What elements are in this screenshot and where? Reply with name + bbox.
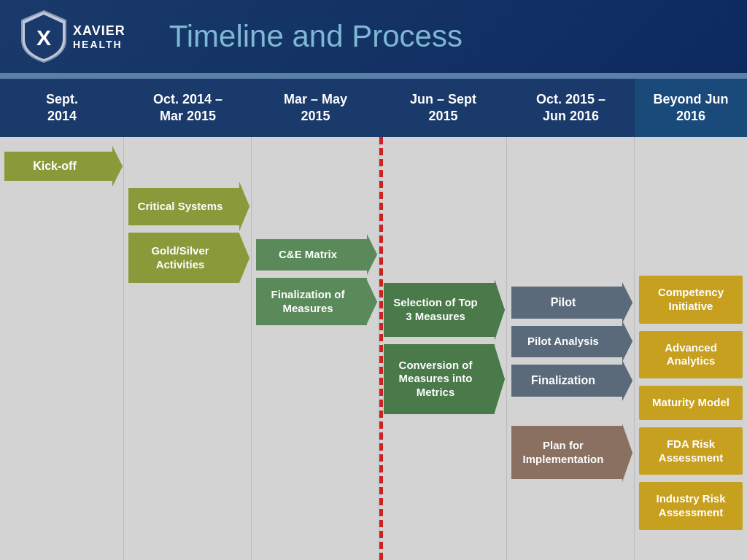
col-header-2: Oct. 2014 – Mar 2015: [124, 79, 252, 137]
plan-impl-item: Plan for Implementation: [511, 426, 622, 480]
kickoff-item: Kick-off: [4, 152, 112, 181]
maturity-model-item: Maturity Model: [639, 386, 743, 420]
pilot-analysis-item: Pilot Analysis: [511, 326, 622, 357]
cell-col2: Critical Systems Gold/Silver Activities: [124, 137, 252, 560]
col-header-4: Jun – Sept 2015: [379, 79, 507, 137]
dashed-divider: [379, 137, 383, 560]
svg-text:X: X: [36, 26, 51, 50]
logo-name: XAVIER: [73, 23, 125, 39]
logo-shield: X: [15, 7, 73, 66]
conversion-item: Conversion of Measures into Metrics: [384, 344, 495, 414]
industry-risk-item: Industry Risk Assessment: [639, 482, 743, 530]
col-header-6: Beyond Jun 2016: [635, 79, 747, 137]
logo-text: XAVIER HEALTH: [73, 23, 125, 50]
logo-sub: HEALTH: [73, 39, 125, 50]
col-header-1: Sept. 2014: [0, 79, 124, 137]
gold-silver-item: Gold/Silver Activities: [128, 233, 239, 284]
logo: X XAVIER HEALTH: [15, 7, 125, 66]
page-title: Timeline and Process: [155, 19, 462, 54]
advanced-analytics-item: Advanced Analytics: [639, 331, 743, 379]
cell-col1: Kick-off: [0, 137, 124, 560]
header: X XAVIER HEALTH Timeline and Process: [0, 0, 747, 73]
pilot-item: Pilot: [511, 287, 622, 319]
col-header-5: Oct. 2015 – Jun 2016: [507, 79, 635, 137]
selection-top3-item: Selection of Top 3 Measures: [384, 283, 495, 337]
column-headers: Sept. 2014 Oct. 2014 – Mar 2015 Mar – Ma…: [0, 79, 747, 137]
timeline-body: Kick-off Critical Systems Gold/Silver Ac…: [0, 137, 747, 560]
cell-col4: Selection of Top 3 Measures Conversion o…: [379, 137, 507, 560]
cell-col3: C&E Matrix Finalization of Measures: [252, 137, 379, 560]
competency-item: Competency Initiative: [639, 276, 743, 324]
app-container: X XAVIER HEALTH Timeline and Process Sep…: [0, 0, 747, 560]
ce-matrix-item: C&E Matrix: [256, 239, 367, 271]
header-separator: [0, 73, 747, 79]
cell-col6: Competency Initiative Advanced Analytics…: [635, 137, 747, 560]
col-header-3: Mar – May 2015: [252, 79, 379, 137]
critical-systems-item: Critical Systems: [128, 188, 239, 225]
fda-risk-item: FDA Risk Assessment: [639, 427, 743, 475]
cell-col5: Pilot Pilot Analysis Finalization Plan f…: [507, 137, 635, 560]
finalization-measures-item: Finalization of Measures: [256, 278, 367, 326]
finalization-item: Finalization: [511, 365, 622, 397]
timeline-container: Sept. 2014 Oct. 2014 – Mar 2015 Mar – Ma…: [0, 79, 747, 560]
